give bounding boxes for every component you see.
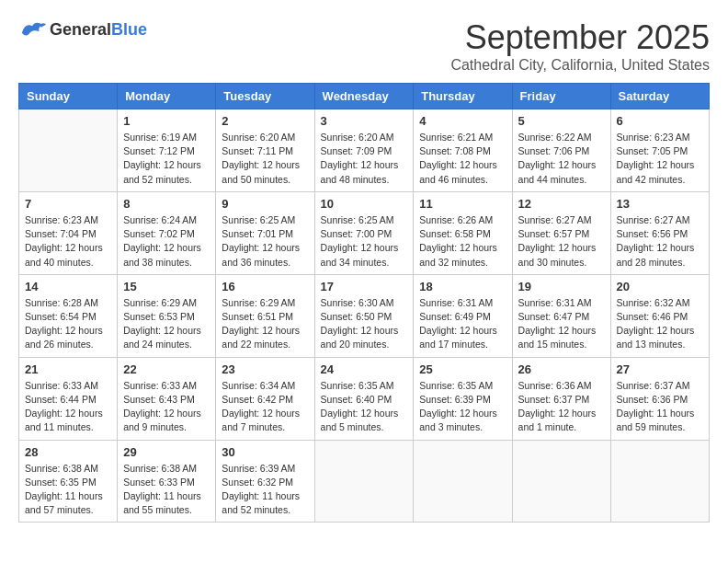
day-info: Sunrise: 6:36 AM Sunset: 6:37 PM Dayligh…: [518, 379, 605, 435]
day-info: Sunrise: 6:20 AM Sunset: 7:09 PM Dayligh…: [321, 131, 408, 187]
day-of-week-header: Friday: [512, 84, 610, 109]
day-info: Sunrise: 6:27 AM Sunset: 6:57 PM Dayligh…: [518, 213, 605, 270]
calendar-cell: 29Sunrise: 6:38 AM Sunset: 6:33 PM Dayli…: [118, 440, 216, 523]
logo-general: General: [50, 20, 111, 39]
day-number: 22: [123, 362, 210, 376]
calendar-cell: 22Sunrise: 6:33 AM Sunset: 6:43 PM Dayli…: [118, 357, 216, 440]
day-number: 17: [321, 280, 408, 293]
calendar-cell: 16Sunrise: 6:29 AM Sunset: 6:51 PM Dayli…: [216, 274, 314, 357]
logo-blue: Blue: [111, 20, 147, 39]
calendar-cell: 4Sunrise: 6:21 AM Sunset: 7:08 PM Daylig…: [414, 109, 512, 192]
day-number: 16: [222, 280, 308, 293]
calendar-cell: 15Sunrise: 6:29 AM Sunset: 6:53 PM Dayli…: [118, 274, 216, 357]
day-info: Sunrise: 6:22 AM Sunset: 7:06 PM Dayligh…: [518, 131, 605, 187]
day-number: 12: [518, 197, 605, 211]
day-info: Sunrise: 6:28 AM Sunset: 6:54 PM Dayligh…: [25, 296, 111, 352]
day-number: 20: [617, 280, 703, 293]
calendar-cell: 2Sunrise: 6:20 AM Sunset: 7:11 PM Daylig…: [216, 109, 314, 192]
day-number: 1: [123, 114, 210, 128]
day-number: 10: [321, 197, 408, 211]
day-number: 25: [419, 362, 506, 376]
day-number: 11: [419, 197, 506, 211]
calendar-cell: 17Sunrise: 6:30 AM Sunset: 6:50 PM Dayli…: [314, 274, 414, 357]
calendar-cell: 21Sunrise: 6:33 AM Sunset: 6:44 PM Dayli…: [19, 357, 118, 440]
title-block: September 2025 Cathedral City, Californi…: [450, 18, 710, 74]
calendar-cell: 24Sunrise: 6:35 AM Sunset: 6:40 PM Dayli…: [314, 357, 414, 440]
logo: GeneralBlue: [18, 18, 147, 40]
day-info: Sunrise: 6:27 AM Sunset: 6:56 PM Dayligh…: [617, 213, 703, 270]
day-info: Sunrise: 6:35 AM Sunset: 6:40 PM Dayligh…: [321, 379, 408, 435]
day-number: 23: [222, 362, 308, 376]
calendar-cell: [19, 109, 118, 192]
day-of-week-header: Saturday: [610, 84, 709, 109]
calendar-cell: [414, 440, 512, 523]
page-header: GeneralBlue September 2025 Cathedral Cit…: [18, 18, 710, 74]
calendar-cell: 23Sunrise: 6:34 AM Sunset: 6:42 PM Dayli…: [216, 357, 314, 440]
day-number: 13: [617, 197, 703, 211]
calendar-cell: [610, 440, 709, 523]
calendar-cell: 13Sunrise: 6:27 AM Sunset: 6:56 PM Dayli…: [610, 191, 709, 274]
day-of-week-header: Monday: [118, 84, 216, 109]
calendar-cell: 1Sunrise: 6:19 AM Sunset: 7:12 PM Daylig…: [118, 109, 216, 192]
day-info: Sunrise: 6:33 AM Sunset: 6:43 PM Dayligh…: [123, 379, 210, 435]
calendar-cell: 18Sunrise: 6:31 AM Sunset: 6:49 PM Dayli…: [414, 274, 512, 357]
location-title: Cathedral City, California, United State…: [450, 57, 710, 74]
day-number: 3: [321, 114, 408, 128]
calendar-cell: 6Sunrise: 6:23 AM Sunset: 7:05 PM Daylig…: [610, 109, 709, 192]
day-info: Sunrise: 6:35 AM Sunset: 6:39 PM Dayligh…: [419, 379, 506, 435]
day-number: 8: [123, 197, 210, 211]
calendar-cell: 7Sunrise: 6:23 AM Sunset: 7:04 PM Daylig…: [19, 191, 118, 274]
day-number: 28: [25, 445, 111, 459]
calendar-cell: 25Sunrise: 6:35 AM Sunset: 6:39 PM Dayli…: [414, 357, 512, 440]
day-number: 18: [419, 280, 506, 293]
day-of-week-header: Thursday: [414, 84, 512, 109]
day-info: Sunrise: 6:25 AM Sunset: 7:00 PM Dayligh…: [321, 213, 408, 270]
day-info: Sunrise: 6:30 AM Sunset: 6:50 PM Dayligh…: [321, 296, 408, 352]
day-number: 26: [518, 362, 605, 376]
day-info: Sunrise: 6:37 AM Sunset: 6:36 PM Dayligh…: [617, 379, 703, 435]
calendar-cell: 9Sunrise: 6:25 AM Sunset: 7:01 PM Daylig…: [216, 191, 314, 274]
calendar-cell: 5Sunrise: 6:22 AM Sunset: 7:06 PM Daylig…: [512, 109, 610, 192]
day-info: Sunrise: 6:31 AM Sunset: 6:47 PM Dayligh…: [518, 296, 605, 352]
day-number: 15: [123, 280, 210, 293]
day-info: Sunrise: 6:34 AM Sunset: 6:42 PM Dayligh…: [222, 379, 308, 435]
calendar-cell: 11Sunrise: 6:26 AM Sunset: 6:58 PM Dayli…: [414, 191, 512, 274]
calendar-cell: 27Sunrise: 6:37 AM Sunset: 6:36 PM Dayli…: [610, 357, 709, 440]
day-number: 30: [222, 445, 308, 459]
day-number: 24: [321, 362, 408, 376]
day-info: Sunrise: 6:21 AM Sunset: 7:08 PM Dayligh…: [419, 131, 506, 187]
day-number: 2: [222, 114, 308, 128]
day-info: Sunrise: 6:33 AM Sunset: 6:44 PM Dayligh…: [25, 379, 111, 435]
day-info: Sunrise: 6:19 AM Sunset: 7:12 PM Dayligh…: [123, 131, 210, 187]
day-info: Sunrise: 6:26 AM Sunset: 6:58 PM Dayligh…: [419, 213, 506, 270]
calendar-cell: 30Sunrise: 6:39 AM Sunset: 6:32 PM Dayli…: [216, 440, 314, 523]
calendar-cell: 14Sunrise: 6:28 AM Sunset: 6:54 PM Dayli…: [19, 274, 118, 357]
calendar-header-row: SundayMondayTuesdayWednesdayThursdayFrid…: [19, 84, 710, 109]
day-number: 5: [518, 114, 605, 128]
logo-bird-icon: [18, 18, 46, 40]
day-number: 7: [25, 197, 111, 211]
day-info: Sunrise: 6:20 AM Sunset: 7:11 PM Dayligh…: [222, 131, 308, 187]
day-number: 14: [25, 280, 111, 293]
day-number: 27: [617, 362, 703, 376]
calendar-cell: 3Sunrise: 6:20 AM Sunset: 7:09 PM Daylig…: [314, 109, 414, 192]
calendar-week-row: 28Sunrise: 6:38 AM Sunset: 6:35 PM Dayli…: [19, 440, 710, 523]
month-title: September 2025: [450, 18, 710, 57]
logo-text: GeneralBlue: [50, 20, 147, 40]
day-info: Sunrise: 6:32 AM Sunset: 6:46 PM Dayligh…: [617, 296, 703, 352]
day-info: Sunrise: 6:31 AM Sunset: 6:49 PM Dayligh…: [419, 296, 506, 352]
day-number: 19: [518, 280, 605, 293]
day-number: 29: [123, 445, 210, 459]
day-of-week-header: Tuesday: [216, 84, 314, 109]
calendar-cell: 20Sunrise: 6:32 AM Sunset: 6:46 PM Dayli…: [610, 274, 709, 357]
day-info: Sunrise: 6:39 AM Sunset: 6:32 PM Dayligh…: [222, 462, 308, 518]
calendar-cell: 26Sunrise: 6:36 AM Sunset: 6:37 PM Dayli…: [512, 357, 610, 440]
calendar-cell: [512, 440, 610, 523]
day-info: Sunrise: 6:38 AM Sunset: 6:35 PM Dayligh…: [25, 462, 111, 518]
day-number: 4: [419, 114, 506, 128]
calendar-cell: [314, 440, 414, 523]
day-info: Sunrise: 6:29 AM Sunset: 6:53 PM Dayligh…: [123, 296, 210, 352]
day-number: 9: [222, 197, 308, 211]
day-info: Sunrise: 6:24 AM Sunset: 7:02 PM Dayligh…: [123, 213, 210, 270]
calendar-table: SundayMondayTuesdayWednesdayThursdayFrid…: [18, 83, 710, 523]
